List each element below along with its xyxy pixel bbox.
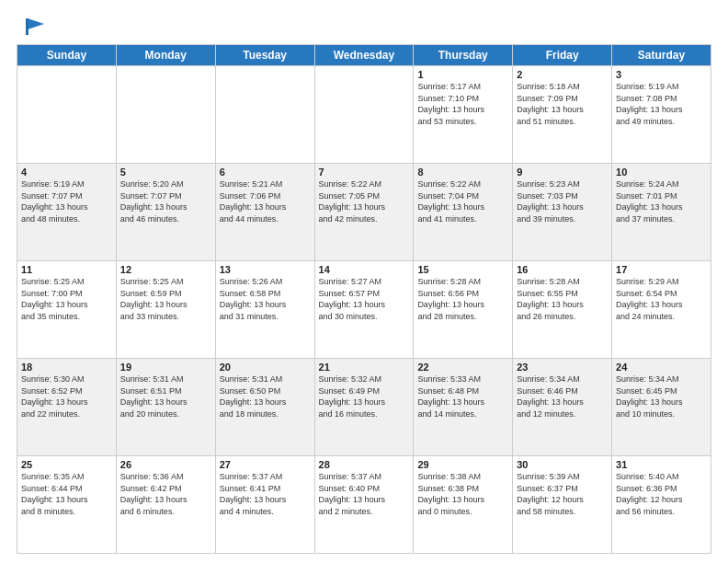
day-info: Sunrise: 5:28 AMSunset: 6:55 PMDaylight:… <box>517 276 608 322</box>
calendar-cell: 31Sunrise: 5:40 AMSunset: 6:36 PMDayligh… <box>612 456 711 554</box>
day-number: 7 <box>319 167 410 178</box>
day-info: Sunrise: 5:34 AMSunset: 6:45 PMDaylight:… <box>616 373 707 419</box>
calendar-cell: 15Sunrise: 5:28 AMSunset: 6:56 PMDayligh… <box>414 261 513 359</box>
calendar-cell <box>116 66 215 164</box>
day-number: 17 <box>616 264 707 275</box>
day-number: 16 <box>517 264 608 275</box>
day-number: 23 <box>517 362 608 373</box>
day-number: 18 <box>21 362 112 373</box>
day-info: Sunrise: 5:31 AMSunset: 6:51 PMDaylight:… <box>120 373 211 419</box>
calendar-cell: 23Sunrise: 5:34 AMSunset: 6:46 PMDayligh… <box>513 359 612 456</box>
calendar-table: SundayMondayTuesdayWednesdayThursdayFrid… <box>17 44 711 554</box>
day-number: 27 <box>220 459 311 470</box>
calendar-cell: 27Sunrise: 5:37 AMSunset: 6:41 PMDayligh… <box>215 456 314 554</box>
day-info: Sunrise: 5:24 AMSunset: 7:01 PMDaylight:… <box>616 178 707 224</box>
day-info: Sunrise: 5:40 AMSunset: 6:36 PMDaylight:… <box>616 471 707 517</box>
day-number: 1 <box>417 69 508 80</box>
calendar-cell: 20Sunrise: 5:31 AMSunset: 6:50 PMDayligh… <box>215 359 314 456</box>
day-number: 14 <box>319 264 410 275</box>
day-number: 21 <box>319 362 410 373</box>
day-info: Sunrise: 5:22 AMSunset: 7:04 PMDaylight:… <box>417 178 508 224</box>
day-number: 8 <box>417 167 508 178</box>
svg-rect-1 <box>26 18 28 35</box>
weekday-header: Thursday <box>414 45 513 66</box>
day-info: Sunrise: 5:37 AMSunset: 6:40 PMDaylight:… <box>319 471 410 517</box>
calendar-cell: 8Sunrise: 5:22 AMSunset: 7:04 PMDaylight… <box>414 164 513 261</box>
calendar-cell: 14Sunrise: 5:27 AMSunset: 6:57 PMDayligh… <box>314 261 414 359</box>
day-number: 2 <box>517 69 608 80</box>
day-number: 29 <box>417 459 508 470</box>
calendar-cell: 6Sunrise: 5:21 AMSunset: 7:06 PMDaylight… <box>215 164 314 261</box>
day-number: 5 <box>120 167 211 178</box>
day-info: Sunrise: 5:19 AMSunset: 7:08 PMDaylight:… <box>616 81 707 127</box>
calendar-cell: 12Sunrise: 5:25 AMSunset: 6:59 PMDayligh… <box>116 261 215 359</box>
day-info: Sunrise: 5:32 AMSunset: 6:49 PMDaylight:… <box>319 373 410 419</box>
calendar-cell: 25Sunrise: 5:35 AMSunset: 6:44 PMDayligh… <box>17 456 117 554</box>
day-number: 11 <box>21 264 112 275</box>
day-number: 31 <box>616 459 707 470</box>
day-info: Sunrise: 5:38 AMSunset: 6:38 PMDaylight:… <box>417 471 508 517</box>
day-number: 24 <box>616 362 707 373</box>
weekday-header: Sunday <box>17 45 117 66</box>
day-info: Sunrise: 5:36 AMSunset: 6:42 PMDaylight:… <box>120 471 211 517</box>
day-info: Sunrise: 5:33 AMSunset: 6:48 PMDaylight:… <box>417 373 508 419</box>
day-info: Sunrise: 5:17 AMSunset: 7:10 PMDaylight:… <box>417 81 508 127</box>
day-info: Sunrise: 5:28 AMSunset: 6:56 PMDaylight:… <box>417 276 508 322</box>
calendar-cell: 30Sunrise: 5:39 AMSunset: 6:37 PMDayligh… <box>513 456 612 554</box>
day-number: 15 <box>417 264 508 275</box>
day-info: Sunrise: 5:26 AMSunset: 6:58 PMDaylight:… <box>220 276 311 322</box>
logo <box>17 17 44 37</box>
calendar-cell: 5Sunrise: 5:20 AMSunset: 7:07 PMDaylight… <box>116 164 215 261</box>
calendar-cell: 2Sunrise: 5:18 AMSunset: 7:09 PMDaylight… <box>513 66 612 164</box>
calendar-cell: 3Sunrise: 5:19 AMSunset: 7:08 PMDaylight… <box>612 66 711 164</box>
day-number: 25 <box>21 459 112 470</box>
day-number: 30 <box>517 459 608 470</box>
calendar-cell: 13Sunrise: 5:26 AMSunset: 6:58 PMDayligh… <box>215 261 314 359</box>
calendar-cell <box>314 66 414 164</box>
svg-marker-0 <box>28 18 44 29</box>
page: SundayMondayTuesdayWednesdayThursdayFrid… <box>0 0 728 563</box>
calendar-cell: 19Sunrise: 5:31 AMSunset: 6:51 PMDayligh… <box>116 359 215 456</box>
day-info: Sunrise: 5:34 AMSunset: 6:46 PMDaylight:… <box>517 373 608 419</box>
header <box>17 17 711 37</box>
calendar-cell: 4Sunrise: 5:19 AMSunset: 7:07 PMDaylight… <box>17 164 117 261</box>
day-number: 20 <box>220 362 311 373</box>
weekday-header: Saturday <box>612 45 711 66</box>
calendar-cell: 11Sunrise: 5:25 AMSunset: 7:00 PMDayligh… <box>17 261 117 359</box>
day-info: Sunrise: 5:27 AMSunset: 6:57 PMDaylight:… <box>319 276 410 322</box>
day-info: Sunrise: 5:29 AMSunset: 6:54 PMDaylight:… <box>616 276 707 322</box>
logo-icon <box>18 17 44 37</box>
calendar-cell: 18Sunrise: 5:30 AMSunset: 6:52 PMDayligh… <box>17 359 117 456</box>
calendar-cell: 17Sunrise: 5:29 AMSunset: 6:54 PMDayligh… <box>612 261 711 359</box>
day-number: 3 <box>616 69 707 80</box>
calendar-cell: 16Sunrise: 5:28 AMSunset: 6:55 PMDayligh… <box>513 261 612 359</box>
day-number: 28 <box>319 459 410 470</box>
weekday-header: Friday <box>513 45 612 66</box>
day-info: Sunrise: 5:22 AMSunset: 7:05 PMDaylight:… <box>319 178 410 224</box>
calendar-cell <box>215 66 314 164</box>
day-info: Sunrise: 5:20 AMSunset: 7:07 PMDaylight:… <box>120 178 211 224</box>
day-info: Sunrise: 5:35 AMSunset: 6:44 PMDaylight:… <box>21 471 112 517</box>
day-info: Sunrise: 5:39 AMSunset: 6:37 PMDaylight:… <box>517 471 608 517</box>
calendar-cell <box>17 66 117 164</box>
calendar-cell: 29Sunrise: 5:38 AMSunset: 6:38 PMDayligh… <box>414 456 513 554</box>
day-info: Sunrise: 5:18 AMSunset: 7:09 PMDaylight:… <box>517 81 608 127</box>
day-info: Sunrise: 5:37 AMSunset: 6:41 PMDaylight:… <box>220 471 311 517</box>
calendar-cell: 28Sunrise: 5:37 AMSunset: 6:40 PMDayligh… <box>314 456 414 554</box>
day-number: 4 <box>21 167 112 178</box>
calendar-cell: 9Sunrise: 5:23 AMSunset: 7:03 PMDaylight… <box>513 164 612 261</box>
day-number: 19 <box>120 362 211 373</box>
day-number: 13 <box>220 264 311 275</box>
day-info: Sunrise: 5:19 AMSunset: 7:07 PMDaylight:… <box>21 178 112 224</box>
calendar-cell: 26Sunrise: 5:36 AMSunset: 6:42 PMDayligh… <box>116 456 215 554</box>
day-number: 12 <box>120 264 211 275</box>
day-info: Sunrise: 5:31 AMSunset: 6:50 PMDaylight:… <box>220 373 311 419</box>
calendar-cell: 24Sunrise: 5:34 AMSunset: 6:45 PMDayligh… <box>612 359 711 456</box>
calendar-cell: 22Sunrise: 5:33 AMSunset: 6:48 PMDayligh… <box>414 359 513 456</box>
calendar-cell: 7Sunrise: 5:22 AMSunset: 7:05 PMDaylight… <box>314 164 414 261</box>
weekday-header: Tuesday <box>215 45 314 66</box>
day-number: 10 <box>616 167 707 178</box>
day-info: Sunrise: 5:21 AMSunset: 7:06 PMDaylight:… <box>220 178 311 224</box>
day-info: Sunrise: 5:25 AMSunset: 6:59 PMDaylight:… <box>120 276 211 322</box>
day-number: 22 <box>417 362 508 373</box>
